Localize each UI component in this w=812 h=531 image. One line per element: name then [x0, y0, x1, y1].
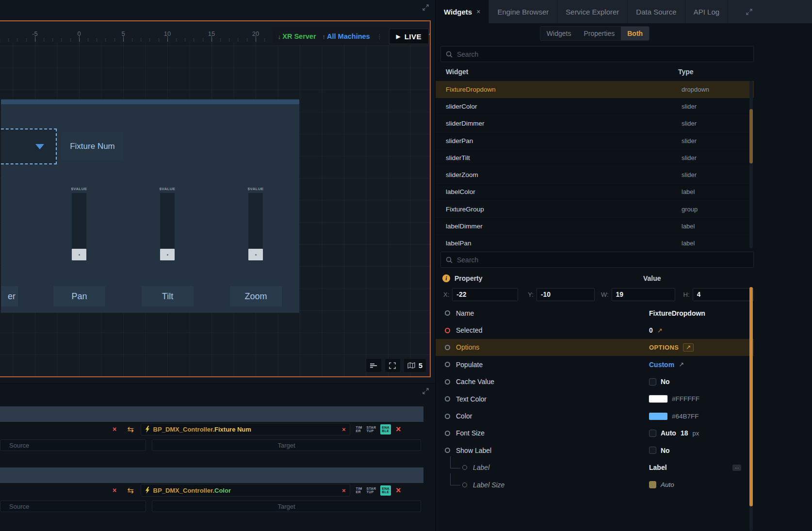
widget-row-labelcolor[interactable]: labelColorlabel [436, 184, 754, 201]
view-mode-both[interactable]: Both [621, 27, 649, 40]
more-options-button[interactable]: ... [732, 465, 741, 471]
label-widget-zoom[interactable]: Zoom [230, 286, 282, 306]
property-row-font-size[interactable]: Font SizeAuto18px [436, 425, 754, 442]
fixture-dropdown-widget[interactable] [1, 129, 57, 164]
label-widget-dimmer-clipped[interactable]: er [1, 286, 18, 306]
widget-row-fixturedropdown[interactable]: FixtureDropdowndropdown [436, 81, 754, 98]
widget-search-input[interactable] [457, 50, 748, 58]
checkbox[interactable] [649, 447, 656, 454]
slider-track[interactable] [160, 193, 175, 261]
property-row-label-size[interactable]: Label SizeAuto [436, 476, 754, 493]
geometry-input-y[interactable] [536, 288, 595, 301]
value-link[interactable]: Custom [649, 361, 674, 369]
expand-bindings-icon[interactable] [422, 387, 429, 396]
delete-binding-icon[interactable]: × [396, 425, 401, 434]
widget-row-sliderzoom[interactable]: sliderZoomslider [436, 166, 754, 183]
property-pin-icon[interactable] [445, 362, 450, 367]
flag-timer[interactable]: TIMER [356, 487, 362, 494]
property-search-input[interactable] [457, 256, 748, 264]
value-link[interactable]: OPTIONS [649, 344, 679, 351]
label-widget-tilt[interactable]: Tilt [142, 286, 194, 306]
value-text[interactable]: FixtureDropdown [649, 309, 705, 317]
binding-group-bar[interactable] [0, 406, 423, 422]
slider-thumb[interactable] [160, 249, 175, 260]
property-row-color[interactable]: Color#64B7FF [436, 407, 754, 424]
remove-node-icon[interactable]: × [113, 487, 116, 494]
binding-group-bar[interactable] [0, 467, 423, 483]
close-tab-icon[interactable]: × [476, 8, 480, 16]
swap-direction-icon[interactable]: ⇆ [127, 486, 133, 495]
binding-target-box[interactable]: BP_DMX_Controller.Fixture Num× [141, 423, 350, 435]
widget-row-sliderpan[interactable]: sliderPanslider [436, 132, 754, 149]
label-widget-pan[interactable]: Pan [53, 286, 105, 306]
property-row-options[interactable]: OptionsOPTIONS↗ [436, 339, 754, 356]
source-input[interactable] [0, 500, 146, 512]
design-canvas[interactable]: -50510152040 ↓XR Server ↑All Machines ⋮ … [0, 20, 431, 377]
swap-direction-icon[interactable]: ⇆ [127, 425, 133, 434]
scrollbar-thumb[interactable] [749, 287, 753, 506]
map-pages-button[interactable]: 5 [404, 359, 426, 372]
canvas-grid[interactable]: Fixture Num $VALUE$VALUE$VALUE er PanTil… [0, 42, 430, 376]
xr-server-status[interactable]: ↓XR Server [278, 32, 316, 40]
source-input[interactable] [0, 439, 146, 451]
clear-binding-icon[interactable]: × [342, 487, 346, 494]
widget-list-scrollbar[interactable] [749, 81, 753, 248]
property-pin-icon[interactable] [445, 448, 450, 453]
target-input[interactable] [152, 439, 421, 451]
flag-enable[interactable]: ENABLE [380, 485, 391, 496]
live-button[interactable]: ▶LIVE [389, 29, 429, 44]
tab-data-source[interactable]: Data Source [628, 0, 685, 23]
geometry-input-x[interactable] [452, 288, 518, 301]
geometry-input-h[interactable] [693, 288, 754, 301]
property-row-populate[interactable]: PopulateCustom↗ [436, 356, 754, 373]
tab-api-log[interactable]: API Log [685, 0, 728, 23]
property-row-text-color[interactable]: Text Color#FFFFFF [436, 390, 754, 407]
property-pin-icon[interactable] [445, 379, 450, 385]
clear-binding-icon[interactable]: × [342, 426, 346, 433]
console-log-button[interactable] [366, 359, 381, 372]
property-row-name[interactable]: NameFixtureDropdown [436, 305, 754, 322]
properties-scrollbar[interactable] [749, 287, 753, 531]
tab-service-explorer[interactable]: Service Explorer [557, 0, 628, 23]
property-pin-icon[interactable] [445, 310, 450, 316]
value-link[interactable]: 0 [649, 326, 653, 334]
flag-startup[interactable]: STARTUP [367, 426, 376, 433]
tab-engine-browser[interactable]: Engine Browser [489, 0, 557, 23]
slider-track[interactable] [248, 193, 263, 261]
checkbox[interactable] [649, 430, 656, 437]
geometry-input-w[interactable] [612, 288, 675, 301]
view-mode-widgets[interactable]: Widgets [540, 27, 578, 40]
slider-thumb[interactable] [72, 249, 86, 260]
color-swatch[interactable] [649, 395, 667, 402]
fixture-group-widget[interactable]: Fixture Num $VALUE$VALUE$VALUE er PanTil… [1, 99, 299, 313]
property-pin-icon[interactable] [445, 414, 450, 419]
flag-startup[interactable]: STARTUP [367, 487, 376, 494]
flag-timer[interactable]: TIMER [356, 426, 362, 433]
property-pin-icon[interactable] [462, 465, 467, 470]
property-row-label[interactable]: LabelLabel... [436, 459, 754, 476]
fixture-num-label-widget[interactable]: Fixture Num [62, 132, 123, 160]
checkbox[interactable] [649, 481, 656, 488]
property-pin-icon[interactable] [445, 345, 450, 350]
fit-view-button[interactable] [385, 359, 400, 372]
group-header-strip[interactable] [1, 99, 299, 104]
property-pin-icon[interactable] [445, 431, 450, 436]
view-mode-properties[interactable]: Properties [577, 27, 621, 40]
remove-node-icon[interactable]: × [113, 426, 116, 433]
property-pin-icon[interactable] [445, 328, 450, 333]
open-editor-icon[interactable]: ↗ [657, 327, 663, 334]
color-swatch[interactable] [649, 413, 667, 420]
widget-row-sliderdimmer[interactable]: sliderDimmerslider [436, 115, 754, 132]
open-editor-icon[interactable]: ↗ [679, 361, 684, 368]
flag-enable[interactable]: ENABLE [380, 424, 391, 434]
font-size-value[interactable]: 18 [681, 429, 688, 437]
property-row-show-label[interactable]: Show LabelNo [436, 442, 754, 459]
property-row-selected[interactable]: Selected0↗ [436, 322, 754, 338]
delete-binding-icon[interactable]: × [396, 486, 401, 495]
property-row-cache-value[interactable]: Cache ValueNo [436, 373, 754, 390]
widget-row-slidertilt[interactable]: sliderTiltslider [436, 149, 754, 166]
value-text[interactable]: Label [649, 464, 667, 471]
widget-row-slidercolor[interactable]: sliderColorslider [436, 98, 754, 115]
target-input[interactable] [152, 500, 421, 512]
all-machines-status[interactable]: ↑All Machines [323, 32, 370, 40]
